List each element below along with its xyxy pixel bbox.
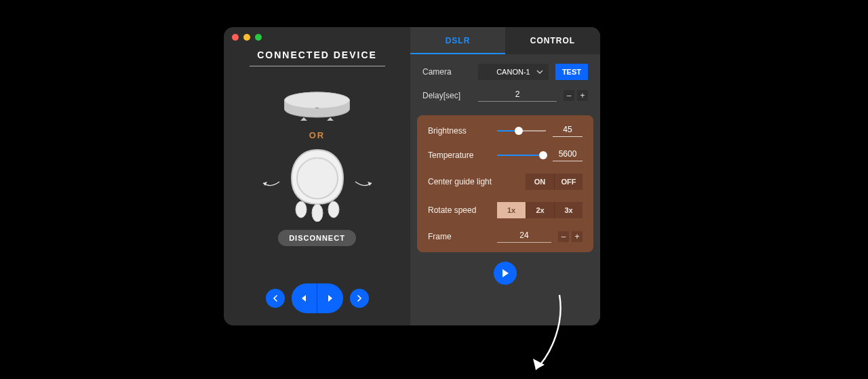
frame-increment-button[interactable]: +: [572, 231, 583, 242]
temperature-slider[interactable]: [497, 151, 546, 160]
speed-2x-button[interactable]: 2x: [526, 202, 554, 218]
svg-point-1: [285, 92, 350, 108]
delay-stepper: – +: [564, 90, 588, 101]
delay-decrement-button[interactable]: –: [564, 90, 574, 101]
camera-test-button[interactable]: TEST: [555, 64, 588, 80]
frame-decrement-button[interactable]: –: [558, 231, 569, 242]
close-window-button[interactable]: [232, 34, 239, 41]
rotate-speed-segmented: 1x 2x 3x: [497, 202, 583, 218]
minimize-window-button[interactable]: [243, 34, 250, 41]
connected-device-panel: CONNECTED DEVICE OR: [224, 27, 410, 325]
play-pill: [292, 283, 343, 313]
center-guide-off-button[interactable]: OFF: [554, 174, 583, 190]
tab-bar: DSLR CONTROL: [410, 27, 600, 54]
app-window: CONNECTED DEVICE OR: [224, 27, 600, 325]
delay-label: Delay[sec]: [422, 91, 471, 100]
svg-point-5: [312, 204, 323, 222]
lighting-panel: Brightness 45 Temperature 5600 Cente: [417, 115, 593, 252]
camera-label: Camera: [422, 67, 471, 77]
tab-dslr[interactable]: DSLR: [410, 27, 505, 54]
delay-row: Delay[sec] 2 – +: [422, 89, 588, 102]
play-forward-button[interactable]: [317, 283, 343, 313]
play-reverse-button[interactable]: [292, 283, 317, 313]
window-traffic-lights: [232, 34, 262, 41]
center-guide-toggle: ON OFF: [526, 174, 583, 190]
frame-stepper: – +: [558, 231, 583, 242]
svg-point-3: [297, 158, 338, 199]
temperature-row: Temperature 5600: [428, 149, 583, 161]
rotate-speed-label: Rotate speed: [428, 205, 490, 215]
center-guide-row: Center guide light ON OFF: [428, 174, 583, 190]
delay-value[interactable]: 2: [478, 89, 557, 102]
camera-row: Camera CANON-1 TEST: [422, 64, 588, 80]
next-button[interactable]: [350, 289, 369, 308]
svg-rect-2: [315, 108, 319, 109]
camera-select-value: CANON-1: [496, 68, 530, 76]
zoom-window-button[interactable]: [255, 34, 262, 41]
frame-value[interactable]: 24: [497, 231, 551, 243]
lightbox-device-group: [260, 147, 374, 222]
tab-control[interactable]: CONTROL: [505, 27, 600, 54]
turntable-device-icon: [278, 87, 356, 122]
frame-row: Frame 24 – +: [428, 231, 583, 243]
svg-point-4: [296, 201, 307, 218]
delay-increment-button[interactable]: +: [577, 90, 588, 101]
svg-point-6: [328, 201, 339, 218]
settings-panel: DSLR CONTROL Camera CANON-1 TEST Delay[s…: [410, 27, 600, 325]
prev-button[interactable]: [266, 289, 285, 308]
camera-select[interactable]: CANON-1: [478, 64, 549, 80]
speed-1x-button[interactable]: 1x: [497, 202, 526, 218]
transport-controls: [266, 270, 369, 313]
brightness-value[interactable]: 45: [553, 125, 583, 137]
panel-title: CONNECTED DEVICE: [257, 49, 377, 60]
frame-label: Frame: [428, 232, 490, 241]
brightness-row: Brightness 45: [428, 125, 583, 137]
or-label: OR: [309, 130, 326, 140]
brightness-slider[interactable]: [497, 126, 546, 136]
speed-3x-button[interactable]: 3x: [554, 202, 583, 218]
start-capture-button[interactable]: [494, 262, 517, 285]
rotate-right-arrow-icon: [354, 176, 374, 193]
rotate-left-arrow-icon: [260, 176, 281, 193]
dslr-form: Camera CANON-1 TEST Delay[sec] 2 – +: [410, 54, 600, 110]
brightness-label: Brightness: [428, 126, 490, 136]
center-guide-label: Center guide light: [428, 177, 519, 186]
title-underline: [250, 66, 385, 66]
chevron-down-icon: [536, 70, 543, 74]
temperature-label: Temperature: [428, 151, 490, 160]
center-guide-on-button[interactable]: ON: [526, 174, 554, 190]
temperature-value[interactable]: 5600: [553, 149, 583, 161]
disconnect-button[interactable]: DISCONNECT: [278, 230, 356, 246]
lightbox-device-icon: [285, 147, 350, 222]
rotate-speed-row: Rotate speed 1x 2x 3x: [428, 202, 583, 218]
